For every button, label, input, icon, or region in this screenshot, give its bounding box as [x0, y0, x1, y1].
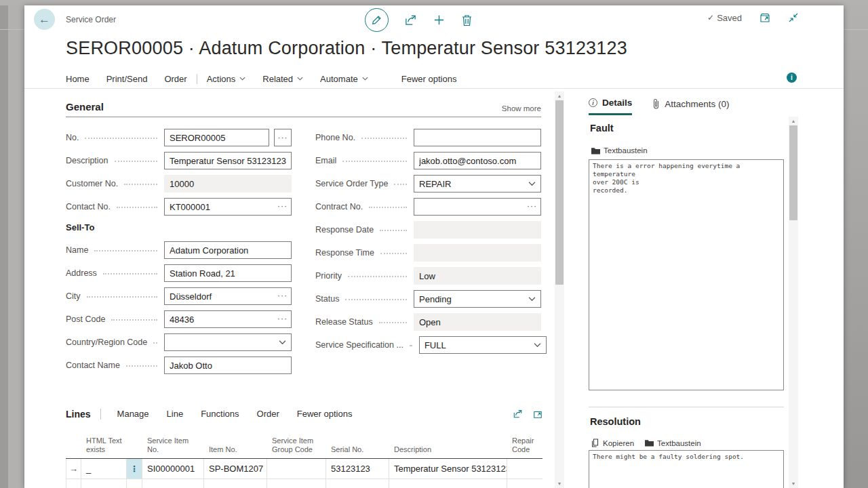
- menu-fewer-options[interactable]: Fewer options: [401, 74, 457, 84]
- collapse-button[interactable]: [788, 12, 799, 23]
- contract-no-input[interactable]: [414, 198, 541, 216]
- fault-textarea[interactable]: There is a error happening everytime a t…: [589, 159, 784, 390]
- scroll-up-icon[interactable]: ▲: [789, 117, 798, 125]
- priority-value: Low: [414, 267, 541, 285]
- lines-menu-fewer-options[interactable]: Fewer options: [297, 409, 353, 419]
- resolution-textbaustein-button[interactable]: Textbaustein: [645, 439, 701, 447]
- col-description[interactable]: Description: [389, 445, 507, 458]
- plus-icon: [433, 14, 446, 26]
- current-row-arrow-icon: →: [66, 459, 81, 479]
- menu-automate[interactable]: Automate: [320, 74, 368, 84]
- overlay-right: [844, 5, 868, 488]
- fault-textbaustein-button[interactable]: Textbaustein: [591, 146, 648, 155]
- new-button[interactable]: [433, 14, 446, 26]
- info-icon[interactable]: i: [787, 73, 797, 83]
- resolution-copy-button[interactable]: Kopieren: [591, 439, 634, 447]
- col-item-no[interactable]: Item No.: [204, 445, 267, 458]
- lines-section-header: Lines Manage Line Functions Order Fewer …: [66, 404, 542, 424]
- phone-no-input[interactable]: [414, 129, 541, 146]
- lines-share-button[interactable]: [513, 409, 523, 419]
- ellipsis-icon: ···: [278, 133, 288, 142]
- description-input[interactable]: [164, 152, 292, 169]
- menu-related[interactable]: Related: [262, 74, 303, 84]
- service-order-page: ← Service Order ✓Saved SEROR00005 · Adat…: [24, 5, 844, 488]
- open-in-new-window-button[interactable]: [760, 12, 770, 23]
- chevron-down-icon[interactable]: [534, 343, 541, 348]
- table-row-empty[interactable]: [66, 479, 542, 488]
- cell-serial-no[interactable]: 53123123: [326, 459, 389, 479]
- no-input[interactable]: [164, 129, 269, 146]
- chevron-down-icon[interactable]: [528, 182, 536, 186]
- folder-icon: [591, 147, 600, 155]
- ellipsis-icon[interactable]: ···: [527, 201, 537, 211]
- overlay-left-inner: [8, 5, 24, 488]
- field-post-code: Post Code ···: [66, 310, 292, 328]
- menu-divider: [197, 74, 197, 84]
- lines-open-button[interactable]: [533, 409, 542, 419]
- contact-no-input[interactable]: [164, 198, 292, 216]
- email-input[interactable]: [414, 152, 541, 169]
- scrollbar-thumb[interactable]: [789, 125, 797, 220]
- tab-details[interactable]: i Details: [589, 98, 632, 115]
- row-options-icon[interactable]: ⋮: [127, 459, 142, 479]
- collapse-icon: [788, 12, 799, 23]
- factbox-tabs: i Details Attachments (0): [589, 98, 730, 115]
- lines-menu-manage[interactable]: Manage: [117, 409, 149, 419]
- edit-button[interactable]: [365, 8, 389, 32]
- contact-name-input[interactable]: [164, 357, 292, 374]
- scroll-down-icon[interactable]: ▼: [789, 479, 798, 488]
- window-controls: ✓Saved: [707, 12, 799, 23]
- show-more-link[interactable]: Show more: [502, 104, 541, 113]
- menu-home[interactable]: Home: [66, 74, 90, 84]
- field-contact-no: Contact No. ···: [66, 198, 292, 216]
- address-input[interactable]: [164, 264, 292, 282]
- cell-item-no[interactable]: SP-BOM1207: [204, 459, 267, 479]
- col-service-item-no[interactable]: Service Item No.: [142, 436, 204, 458]
- share-button[interactable]: [404, 14, 417, 26]
- country-region-input[interactable]: [164, 333, 292, 351]
- chevron-down-icon[interactable]: [279, 340, 286, 345]
- cell-service-item-group-code[interactable]: [267, 459, 326, 479]
- service-specification-input[interactable]: [419, 336, 547, 354]
- tab-attachments[interactable]: Attachments (0): [652, 98, 729, 115]
- col-html-text-exists[interactable]: HTML Text exists: [81, 436, 127, 458]
- field-country-region-code: Country/Region Code: [66, 333, 292, 351]
- service-order-type-input[interactable]: [414, 175, 541, 192]
- city-input[interactable]: [164, 287, 292, 305]
- cell-service-item-no[interactable]: SI00000001: [142, 459, 204, 479]
- table-row[interactable]: → _ ⋮ SI00000001 SP-BOM1207 53123123 Tem…: [66, 459, 542, 479]
- delete-button[interactable]: [461, 14, 473, 26]
- scrollbar-thumb[interactable]: [555, 100, 564, 285]
- back-button[interactable]: ←: [34, 9, 55, 30]
- col-service-item-group-code[interactable]: Service Item Group Code: [267, 436, 326, 458]
- paperclip-icon: [652, 98, 660, 109]
- ellipsis-icon[interactable]: ···: [277, 201, 288, 211]
- scroll-up-icon[interactable]: ▲: [555, 92, 564, 100]
- ellipsis-icon[interactable]: ···: [277, 314, 288, 323]
- cell-description[interactable]: Temperatur Sensor 53123123: [389, 459, 507, 479]
- info-outline-icon: i: [589, 98, 597, 107]
- menu-order[interactable]: Order: [164, 74, 186, 84]
- status-input[interactable]: [414, 290, 541, 308]
- cell-html-text-exists[interactable]: _: [81, 459, 127, 479]
- col-repair-code[interactable]: Repair Code: [507, 436, 542, 458]
- main-scrollbar[interactable]: ▲ ▼: [555, 92, 564, 488]
- scroll-down-icon[interactable]: ▼: [555, 479, 564, 488]
- fault-toolbar: Textbaustein: [591, 146, 648, 155]
- resolution-textarea[interactable]: There might be a faulty soldering spot.: [589, 450, 784, 488]
- cell-repair-code[interactable]: [507, 459, 542, 479]
- lines-menu-line[interactable]: Line: [167, 409, 184, 419]
- lines-menu-functions[interactable]: Functions: [201, 409, 239, 419]
- col-serial-no[interactable]: Serial No.: [326, 445, 389, 458]
- name-input[interactable]: [164, 241, 292, 259]
- factbox-scrollbar[interactable]: ▲ ▼: [789, 117, 798, 488]
- lines-menu-order[interactable]: Order: [257, 409, 279, 419]
- menu-actions[interactable]: Actions: [207, 74, 246, 84]
- menu-print-send[interactable]: Print/Send: [106, 74, 148, 84]
- checkmark-icon: ✓: [707, 13, 714, 22]
- chevron-down-icon[interactable]: [528, 297, 536, 302]
- ellipsis-icon[interactable]: ···: [277, 291, 288, 300]
- share-icon: [513, 409, 523, 419]
- post-code-input[interactable]: [164, 310, 292, 328]
- no-assist-button[interactable]: ···: [274, 129, 292, 146]
